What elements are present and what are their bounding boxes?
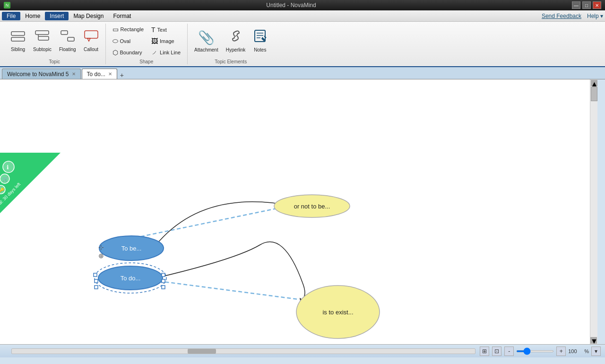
ribbon-btn-subtopic[interactable]: Subtopic [30, 26, 54, 56]
ribbon-topicelem-items: 📎 Attachment Hyperlink [191, 24, 270, 58]
svg-rect-2 [35, 31, 49, 35]
svg-text:To do...: To do... [121, 275, 141, 282]
ribbon-shape-col1: ▭ Rectangle ⬭ Oval ⬡ Boundary [110, 24, 147, 58]
tab-todo[interactable]: To do... ✕ [82, 69, 117, 79]
ribbon-btn-notes[interactable]: Notes [250, 26, 270, 56]
svg-rect-39 [162, 279, 165, 283]
menu-format[interactable]: Format [108, 12, 136, 20]
svg-rect-40 [162, 286, 165, 289]
scrollbar-thumb-right[interactable] [591, 87, 597, 101]
ribbon-btn-rectangle[interactable]: ▭ Rectangle [110, 24, 147, 35]
svg-rect-35 [94, 273, 97, 277]
svg-rect-36 [95, 279, 98, 283]
ribbon-label-shape: Shape [110, 58, 184, 64]
titlebar-title: Untitled - NovaMind [10, 2, 572, 9]
ribbon-btn-linkline[interactable]: ⟋ Link Line [148, 47, 183, 58]
ribbon-group-topicelem: 📎 Attachment Hyperlink [188, 24, 274, 64]
zoom-percent: % [584, 348, 589, 354]
svg-text:⊕: ⊕ [98, 252, 104, 260]
zoom-slider[interactable] [516, 350, 554, 352]
subtopic-icon [35, 30, 50, 45]
menu-mapdesign[interactable]: Map Design [69, 12, 108, 20]
sibling-icon [10, 30, 26, 45]
menu-home[interactable]: Home [20, 12, 45, 20]
mindmap-svg: or not to be... is to exist... To be... … [0, 79, 597, 344]
floating-icon [60, 30, 75, 45]
ribbon-btn-hyperlink[interactable]: Hyperlink [223, 26, 249, 56]
svg-text:ℹ: ℹ [7, 164, 9, 171]
scrollbar-bottom[interactable] [11, 348, 475, 354]
tab-add-button[interactable]: + [118, 71, 126, 79]
ribbon-shape-col2: T Text 🖼 Image ⟋ Link Line [148, 25, 183, 58]
zoom-out-button[interactable]: - [504, 347, 514, 356]
oval-icon: ⬭ [112, 37, 118, 45]
ribbon-label-topic: Topic [8, 58, 102, 64]
ribbon-btn-sibling[interactable]: Sibling [8, 26, 28, 56]
svg-rect-1 [11, 37, 25, 41]
zoom-fit-button[interactable]: ⊡ [492, 347, 501, 356]
scrollbar-down-btn[interactable]: ▼ [590, 337, 597, 344]
help-button[interactable]: Help ▾ [587, 13, 603, 19]
svg-text:is to exist...: is to exist... [322, 309, 353, 316]
svg-rect-6 [68, 37, 74, 41]
zoom-value: 100 [568, 348, 582, 354]
ribbon-group-topic: Sibling Subtopic [4, 24, 106, 64]
linkline-icon: ⟋ [151, 49, 158, 56]
scrollbar-up-btn[interactable]: ▲ [591, 80, 597, 87]
tab-welcome[interactable]: Welcome to NovaMind 5 ✕ [2, 69, 81, 79]
menubar: File Home Insert Map Design Format Send … [0, 10, 605, 22]
app-icon: N [4, 2, 10, 9]
zoom-in-button[interactable]: + [556, 347, 566, 356]
svg-rect-38 [162, 273, 165, 277]
maximize-button[interactable]: □ [582, 1, 591, 9]
feedback-link[interactable]: Send Feedback [542, 13, 581, 19]
svg-text:⊹: ⊹ [98, 243, 104, 251]
ribbon-label-topicelem: Topic Elements [191, 58, 270, 64]
svg-line-23 [135, 207, 284, 238]
svg-rect-0 [11, 32, 25, 35]
svg-rect-5 [61, 31, 68, 35]
ribbon-btn-boundary[interactable]: ⬡ Boundary [110, 47, 147, 58]
svg-rect-37 [95, 286, 98, 289]
zoom-area: ⊞ ⊡ - + 100 % ▾ [479, 347, 601, 356]
scrollbar-bottom-thumb[interactable] [188, 349, 216, 354]
minimize-button[interactable]: — [572, 1, 580, 9]
svg-text:🔑: 🔑 [0, 187, 5, 193]
svg-rect-7 [85, 31, 98, 38]
ribbon-shape-items: ▭ Rectangle ⬭ Oval ⬡ Boundary T Text [110, 24, 184, 58]
ribbon-btn-attachment[interactable]: 📎 Attachment [191, 26, 221, 56]
svg-text:To be...: To be... [121, 245, 142, 252]
ribbon-btn-floating[interactable]: Floating [56, 26, 79, 56]
close-button[interactable]: ✕ [593, 1, 601, 9]
menu-insert[interactable]: Insert [45, 12, 69, 20]
svg-rect-3 [38, 36, 49, 40]
notes-icon [253, 29, 267, 45]
tab-welcome-close[interactable]: ✕ [72, 71, 76, 77]
text-icon: T [151, 26, 156, 34]
ribbon-btn-callout[interactable]: Callout [81, 26, 102, 56]
ribbon-group-shape: ▭ Rectangle ⬭ Oval ⬡ Boundary T Text [106, 24, 188, 64]
svg-text:🛒: 🛒 [2, 176, 9, 182]
scrollbar-right[interactable]: ▲ ▼ [590, 79, 597, 344]
titlebar: N Untitled - NovaMind — □ ✕ [0, 0, 605, 10]
svg-marker-8 [87, 38, 90, 41]
attachment-icon: 📎 [198, 30, 215, 45]
boundary-icon: ⬡ [112, 49, 118, 56]
zoom-dropdown-button[interactable]: ▾ [591, 347, 601, 356]
callout-icon [84, 30, 99, 45]
ribbon: Sibling Subtopic [0, 22, 605, 67]
ribbon-btn-oval[interactable]: ⬭ Oval [110, 35, 147, 46]
ribbon-btn-image[interactable]: 🖼 Image [148, 36, 183, 46]
statusbar: ⊞ ⊡ - + 100 % ▾ [0, 344, 605, 357]
ribbon-topic-items: Sibling Subtopic [8, 24, 102, 58]
hyperlink-icon [229, 29, 243, 45]
menu-file[interactable]: File [2, 12, 20, 20]
ribbon-btn-text[interactable]: T Text [148, 25, 183, 35]
image-icon: 🖼 [151, 37, 158, 45]
fit-page-button[interactable]: ⊞ [480, 347, 489, 356]
rectangle-icon: ▭ [112, 26, 119, 33]
trial-banner[interactable]: ℹ 🛒 🔑 Trial: 30 days left [0, 153, 60, 219]
canvas-area[interactable]: ℹ 🛒 🔑 Trial: 30 days left or not to be..… [0, 79, 597, 344]
tab-todo-close[interactable]: ✕ [108, 71, 112, 77]
svg-line-14 [264, 36, 266, 38]
